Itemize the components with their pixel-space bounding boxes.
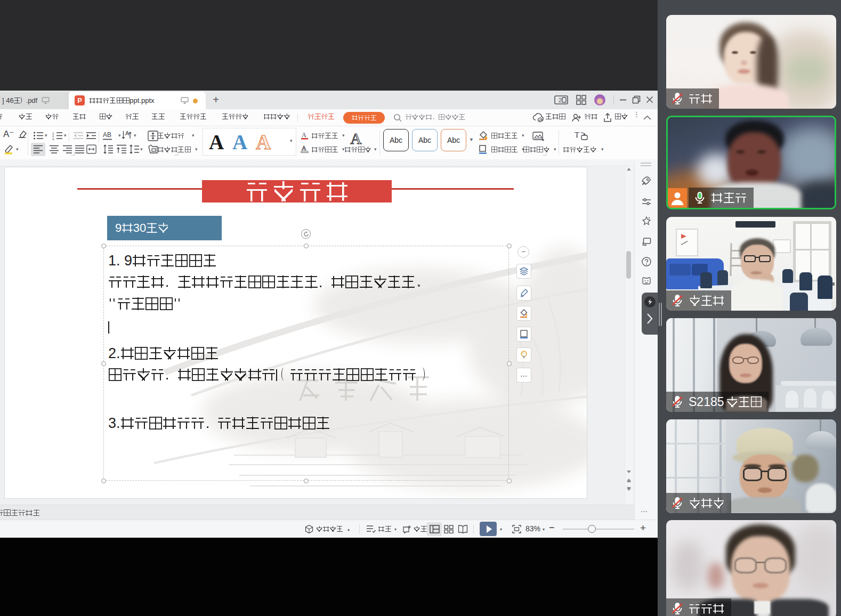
svg-text:T: T	[575, 131, 579, 139]
svg-text:2: 2	[559, 97, 562, 103]
svg-text:A: A	[302, 144, 306, 152]
svg-text:AB: AB	[103, 131, 111, 139]
svg-text:A: A	[302, 131, 306, 139]
svg-text:3.: 3.	[52, 137, 55, 141]
